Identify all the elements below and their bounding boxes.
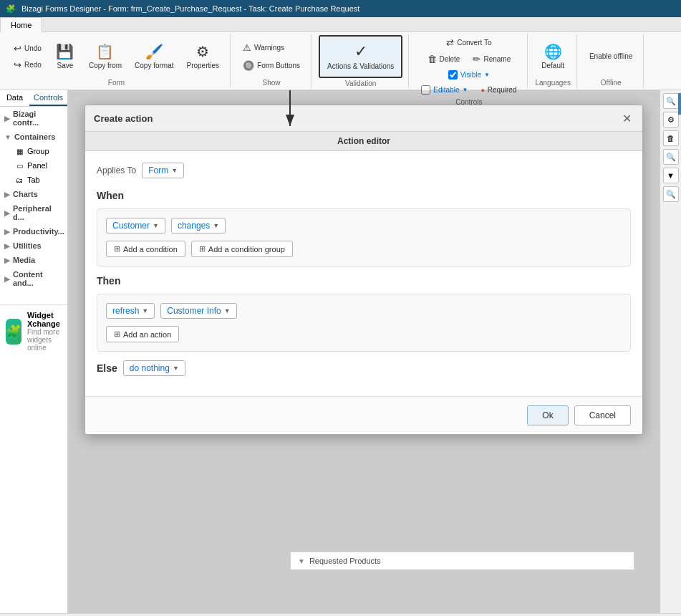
condition-row: Customer ▼ changes ▼ [106, 218, 622, 234]
expand-bizagi-icon: ▶ [4, 115, 10, 122]
sidebar-section-media[interactable]: ▶ Media [0, 253, 67, 267]
sidebar-section-containers[interactable]: ▼ Containers [0, 130, 67, 144]
widget-subtitle: Find more widgets online [27, 328, 62, 352]
undo-button[interactable]: ↩ Undo [9, 41, 47, 56]
sidebar-tab-data[interactable]: Data [0, 90, 29, 106]
sidebar-section-productivity[interactable]: ▶ Productivity... [0, 224, 67, 239]
action-editor-header: Action editor [85, 132, 642, 151]
right-panel-gear-btn[interactable]: ⚙ [663, 112, 679, 127]
show-buttons-row: ⚠ Warnings 🔘 Form Buttons [238, 35, 305, 77]
rename-icon: ✏ [473, 54, 480, 64]
rename-button[interactable]: ✏ Rename [468, 52, 516, 67]
properties-icon: ⚙ [196, 43, 209, 60]
widget-text: Widget Xchange Find more widgets online [27, 311, 62, 352]
form-buttons-button[interactable]: 🔘 Form Buttons [238, 58, 305, 73]
sidebar-item-tab[interactable]: 🗂 Tab [0, 173, 67, 187]
copy-from-button[interactable]: 📋 Copy from [84, 39, 127, 73]
right-panel-search-btn[interactable]: 🔍 [663, 93, 679, 109]
add-action-row: ⊞ Add an action [106, 326, 622, 342]
action-target-dropdown[interactable]: Customer Info ▼ [160, 303, 236, 319]
widget-icon: 🧩 [6, 319, 21, 345]
actions-validations-button[interactable]: ✓ Actions & Validations [319, 35, 402, 78]
dialog-title: Create action [94, 113, 153, 124]
add-condition-icon: ⊞ [114, 244, 120, 254]
language-icon: 🌐 [544, 43, 562, 60]
sidebar-section-utilities[interactable]: ▶ Utilities [0, 239, 67, 253]
enable-offline-button[interactable]: Enable offline [584, 50, 637, 62]
content-area: Create action ✕ Action editor Applies To… [68, 90, 660, 613]
sidebar-section-peripheral[interactable]: ▶ Peripheral d... [0, 201, 67, 224]
properties-button[interactable]: ⚙ Properties [182, 39, 225, 73]
condition-field-dropdown[interactable]: Customer ▼ [106, 218, 165, 234]
ok-button[interactable]: Ok [527, 405, 568, 425]
title-text: Bizagi Forms Designer - Form: frm_Create… [21, 4, 359, 13]
save-button[interactable]: 💾 Save [49, 39, 81, 73]
ribbon-tab-home[interactable]: Home [0, 17, 42, 32]
sidebar-item-group[interactable]: ▦ Group [0, 144, 67, 158]
applies-to-label: Applies To [97, 165, 136, 175]
sidebar-section-content[interactable]: ▶ Content and... [0, 267, 67, 290]
add-condition-group-icon: ⊞ [199, 244, 206, 254]
operator-arrow-icon: ▼ [213, 222, 219, 229]
right-panel-delete-btn[interactable]: 🗑 [663, 130, 679, 146]
dialog-overlay: Create action ✕ Action editor Applies To… [68, 90, 660, 613]
verb-arrow-icon: ▼ [142, 307, 148, 314]
ribbon-group-languages: 🌐 Default Languages [529, 34, 577, 88]
right-panel: 🔍 ⚙ 🗑 🔍 ▼ 🔍 [660, 90, 681, 613]
expand-containers-icon: ▼ [4, 133, 11, 141]
ribbon-group-offline: Enable offline Offline [579, 34, 644, 88]
app-icon: 🧩 [6, 4, 16, 14]
convert-to-icon: ⇄ [446, 37, 454, 48]
right-panel-dropdown-btn[interactable]: ▼ [663, 168, 679, 183]
else-row: Else do nothing ▼ [97, 360, 631, 376]
ribbon-group-show: ⚠ Warnings 🔘 Form Buttons Show [232, 34, 311, 88]
sidebar-tabs: Data Controls [0, 90, 67, 107]
ribbon-group-controls: ⇄ Convert To 🗑 Delete ✏ Rename [410, 34, 528, 88]
group-icon: ▦ [14, 146, 24, 156]
add-action-icon: ⊞ [114, 329, 120, 339]
redo-icon: ↪ [14, 59, 21, 70]
else-dropdown[interactable]: do nothing ▼ [123, 360, 185, 376]
condition-operator-dropdown[interactable]: changes ▼ [171, 218, 226, 234]
ribbon: Home ↩ Undo ↪ Redo 💾 Save [0, 17, 681, 90]
offline-group-label: Offline [601, 77, 622, 87]
default-language-button[interactable]: 🌐 Default [536, 39, 569, 73]
undo-icon: ↩ [14, 43, 21, 54]
sidebar-tab-controls[interactable]: Controls [29, 90, 67, 106]
dialog-body: Applies To Form ▼ When Customer ▼ [85, 151, 642, 396]
delete-button[interactable]: 🗑 Delete [422, 52, 465, 67]
action-row: refresh ▼ Customer Info ▼ [106, 303, 622, 319]
ribbon-content: ↩ Undo ↪ Redo 💾 Save 📋 Copy from [0, 32, 681, 90]
widget-panel[interactable]: 🧩 Widget Xchange Find more widgets onlin… [0, 304, 67, 357]
cancel-button[interactable]: Cancel [574, 405, 631, 425]
convert-to-button[interactable]: ⇄ Convert To [441, 35, 496, 50]
status-bar: ◀ ▶ 🖥 Desktop 1280x800 (Default) * 📱 iPh… [0, 613, 681, 616]
show-group-label: Show [263, 77, 281, 87]
then-section-title: Then [97, 275, 631, 287]
copy-format-button[interactable]: 🖌️ Copy format [130, 39, 178, 73]
dialog-footer: Ok Cancel [85, 396, 642, 434]
form-group-label: Form [108, 77, 125, 87]
condition-actions: ⊞ Add a condition ⊞ Add a condition grou… [106, 241, 622, 257]
condition-box: Customer ▼ changes ▼ ⊞ Add a condi [97, 208, 631, 266]
sidebar-section-charts[interactable]: ▶ Charts [0, 187, 67, 201]
expand-charts-icon: ▶ [4, 191, 10, 198]
selection-indicator [678, 93, 681, 115]
tab-icon: 🗂 [14, 175, 24, 185]
ribbon-group-form: ↩ Undo ↪ Redo 💾 Save 📋 Copy from [3, 34, 231, 88]
sidebar-item-panel[interactable]: ▭ Panel [0, 158, 67, 173]
right-panel-search3-btn[interactable]: 🔍 [663, 186, 679, 202]
add-condition-button[interactable]: ⊞ Add a condition [106, 241, 185, 257]
redo-button[interactable]: ↪ Redo [9, 57, 47, 72]
warnings-button[interactable]: ⚠ Warnings [238, 40, 305, 55]
dialog-close-button[interactable]: ✕ [619, 111, 634, 125]
sidebar-section-bizagi[interactable]: ▶ Bizagi contr... [0, 107, 67, 130]
expand-peripheral-icon: ▶ [4, 209, 10, 217]
applies-to-dropdown[interactable]: Form ▼ [142, 163, 184, 178]
add-condition-group-button[interactable]: ⊞ Add a condition group [191, 241, 293, 257]
controls-buttons-row: ⇄ Convert To 🗑 Delete ✏ Rename [416, 35, 521, 97]
right-panel-search2-btn[interactable]: 🔍 [663, 149, 679, 165]
visible-toggle[interactable]: Visible ▼ [443, 68, 495, 82]
action-verb-dropdown[interactable]: refresh ▼ [106, 303, 155, 319]
add-action-button[interactable]: ⊞ Add an action [106, 326, 179, 342]
